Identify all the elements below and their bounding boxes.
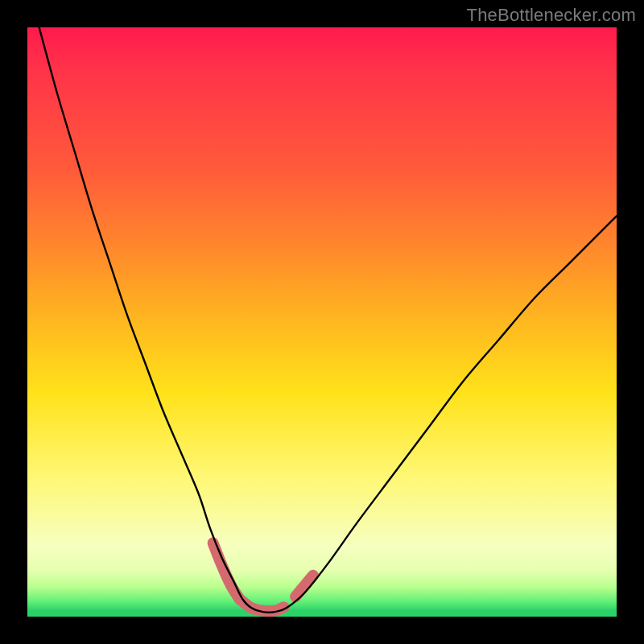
bottleneck-curve-svg — [27, 27, 617, 617]
curve-highlight-trough-left — [213, 543, 240, 600]
bottleneck-curve-line — [39, 27, 617, 613]
curve-highlight-trough-right — [295, 576, 313, 597]
watermark-text: TheBottlenecker.com — [467, 5, 636, 26]
outer-frame: TheBottlenecker.com — [0, 0, 644, 644]
chart-plot-area — [27, 27, 617, 617]
curve-highlight-trough-base — [240, 599, 284, 611]
